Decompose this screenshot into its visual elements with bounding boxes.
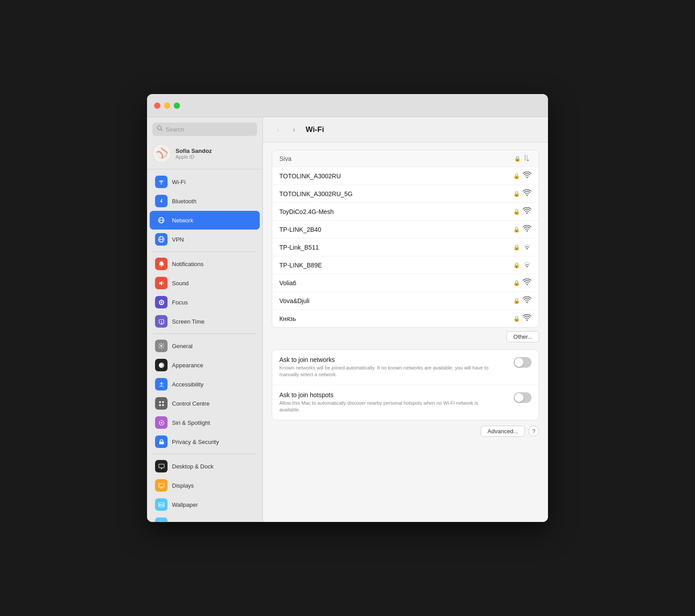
ask-join-hotspots-label: Ask to join hotspots xyxy=(279,391,508,398)
lock-icon: 🔒 xyxy=(513,244,520,251)
network-row[interactable]: Volia6 🔒 xyxy=(272,274,539,292)
network-icons: 🔒 xyxy=(513,225,531,234)
minimize-button[interactable] xyxy=(164,103,170,109)
svg-point-34 xyxy=(527,320,528,321)
lock-icon: 🔒 xyxy=(513,262,520,268)
sidebar-item-siri[interactable]: Siri & Spotlight xyxy=(150,413,260,432)
maximize-button[interactable] xyxy=(174,103,180,109)
network-icon xyxy=(155,214,168,226)
wifi-signal-icon xyxy=(523,155,531,162)
network-row[interactable]: TOTOLINK_A3002RU_5G 🔒 xyxy=(272,185,539,203)
page-title: Wi-Fi xyxy=(306,125,324,134)
sidebar-item-label-appearance: Appearance xyxy=(172,362,203,369)
networks-list: Siva 🔒 TOTOLINK_A3002RU 🔒 TOTOLINK_A3002… xyxy=(272,150,539,328)
main-window: Search ⚾ Sofia Sandoz Apple ID Wi-Fi xyxy=(147,94,548,522)
network-row[interactable]: ToyDiCo2.4G-Mesh 🔒 xyxy=(272,203,539,221)
network-row[interactable]: Siva 🔒 xyxy=(272,150,539,167)
notifications-icon xyxy=(155,258,168,270)
svg-rect-25 xyxy=(527,155,527,161)
sidebar-item-label-wallpaper: Wallpaper xyxy=(172,501,198,508)
ask-join-networks-desc: Known networks will be joined automatica… xyxy=(279,365,493,378)
svg-point-12 xyxy=(161,382,162,383)
sidebar-item-desktop[interactable]: Desktop & Dock xyxy=(150,457,260,476)
vpn-icon xyxy=(155,233,168,246)
network-row[interactable]: TOTOLINK_A3002RU 🔒 xyxy=(272,167,539,185)
search-input[interactable]: Search xyxy=(166,126,184,133)
sidebar-item-appearance[interactable]: Appearance xyxy=(150,356,260,374)
wifi-signal-icon xyxy=(523,189,531,198)
close-button[interactable] xyxy=(154,103,160,109)
search-box[interactable]: Search xyxy=(152,123,257,136)
sidebar-item-label-wifi: Wi-Fi xyxy=(172,179,185,185)
svg-rect-14 xyxy=(162,401,164,403)
advanced-button[interactable]: Advanced... xyxy=(481,426,525,437)
network-name: Siva xyxy=(279,155,514,162)
sidebar-item-displays[interactable]: Displays xyxy=(150,476,260,495)
sidebar-item-wallpaper[interactable]: Wallpaper xyxy=(150,495,260,514)
apple-id-section[interactable]: ⚾ Sofia Sandoz Apple ID xyxy=(147,140,262,169)
sidebar-item-controlcentre[interactable]: Control Centre xyxy=(150,394,260,413)
toggle-section: Ask to join networks Known networks will… xyxy=(272,349,539,420)
help-button[interactable]: ? xyxy=(528,426,539,436)
sidebar-item-screentime[interactable]: Screen Time xyxy=(150,312,260,331)
sidebar-item-label-sound: Sound xyxy=(172,280,189,287)
sidebar-item-notifications[interactable]: Notifications xyxy=(150,255,260,273)
accessibility-icon xyxy=(155,378,168,390)
svg-point-31 xyxy=(527,266,528,267)
sidebar-item-wifi[interactable]: Wi-Fi xyxy=(150,172,260,191)
sidebar-item-screensaver[interactable]: Screen Saver xyxy=(150,514,260,522)
sidebar-item-label-screentime: Screen Time xyxy=(172,318,204,325)
forward-button[interactable]: › xyxy=(288,123,300,136)
main-content: ‹ › Wi-Fi Siva 🔒 TOTOLINK_A3002RU 🔒 xyxy=(263,117,548,522)
sidebar-item-vpn[interactable]: VPN xyxy=(150,230,260,249)
sidebar-item-focus[interactable]: Focus xyxy=(150,293,260,312)
network-row[interactable]: TP-LINK_B89E 🔒 xyxy=(272,256,539,274)
lock-icon: 🔒 xyxy=(513,298,520,304)
main-scroll[interactable]: Siva 🔒 TOTOLINK_A3002RU 🔒 TOTOLINK_A3002… xyxy=(263,143,548,522)
wifi-signal-icon xyxy=(523,172,531,180)
other-btn-container: Other... xyxy=(263,328,548,342)
sidebar-item-network[interactable]: Network xyxy=(150,211,260,230)
ask-join-networks-toggle[interactable] xyxy=(514,357,531,368)
sidebar-item-label-general: General xyxy=(172,343,192,349)
sidebar-item-general[interactable]: General xyxy=(150,337,260,355)
other-button[interactable]: Other... xyxy=(507,331,539,342)
network-row[interactable]: Князь 🔒 xyxy=(272,310,539,327)
network-row[interactable]: TP-LINK_2B40 🔒 xyxy=(272,221,539,238)
network-name: TP-LINK_2B40 xyxy=(279,226,513,233)
displays-icon xyxy=(155,479,168,492)
network-icons: 🔒 xyxy=(513,172,531,180)
sidebar-item-accessibility[interactable]: Accessibility xyxy=(150,375,260,394)
sidebar-item-label-siri: Siri & Spotlight xyxy=(172,419,210,426)
sidebar-item-bluetooth[interactable]: Bluetooth xyxy=(150,192,260,210)
sidebar-item-label-accessibility: Accessibility xyxy=(172,381,204,388)
svg-point-10 xyxy=(160,345,162,347)
network-name: Князь xyxy=(279,315,513,322)
network-row[interactable]: Vova&Djuli 🔒 xyxy=(272,292,539,310)
titlebar xyxy=(147,94,548,117)
sidebar-item-label-displays: Displays xyxy=(172,482,194,489)
appearance-icon xyxy=(155,359,168,371)
sidebar-item-sound[interactable]: Sound xyxy=(150,274,260,292)
main-header: ‹ › Wi-Fi xyxy=(263,117,548,143)
siri-icon xyxy=(155,416,168,429)
wifi-signal-icon xyxy=(523,296,531,305)
sidebar-item-label-notifications: Notifications xyxy=(172,261,204,267)
svg-line-1 xyxy=(161,129,162,131)
network-icons: 🔒 xyxy=(513,207,531,216)
lock-icon: 🔒 xyxy=(513,209,520,215)
apple-id-label: Apple ID xyxy=(176,154,212,160)
sidebar-item-label-network: Network xyxy=(172,217,193,224)
lock-icon: 🔒 xyxy=(514,156,521,162)
sidebar-item-label-desktop: Desktop & Dock xyxy=(172,463,213,470)
svg-rect-13 xyxy=(159,401,161,403)
sidebar-item-privacy[interactable]: Privacy & Security xyxy=(150,432,260,451)
focus-icon xyxy=(155,296,168,308)
network-row[interactable]: TP-Link_B511 🔒 xyxy=(272,238,539,256)
network-icons: 🔒 xyxy=(513,279,531,287)
search-container: Search xyxy=(147,117,262,140)
ask-join-hotspots-toggle[interactable] xyxy=(514,392,531,403)
network-name: TOTOLINK_A3002RU xyxy=(279,172,513,180)
back-button[interactable]: ‹ xyxy=(272,123,284,136)
ask-join-networks-label: Ask to join networks xyxy=(279,356,508,363)
